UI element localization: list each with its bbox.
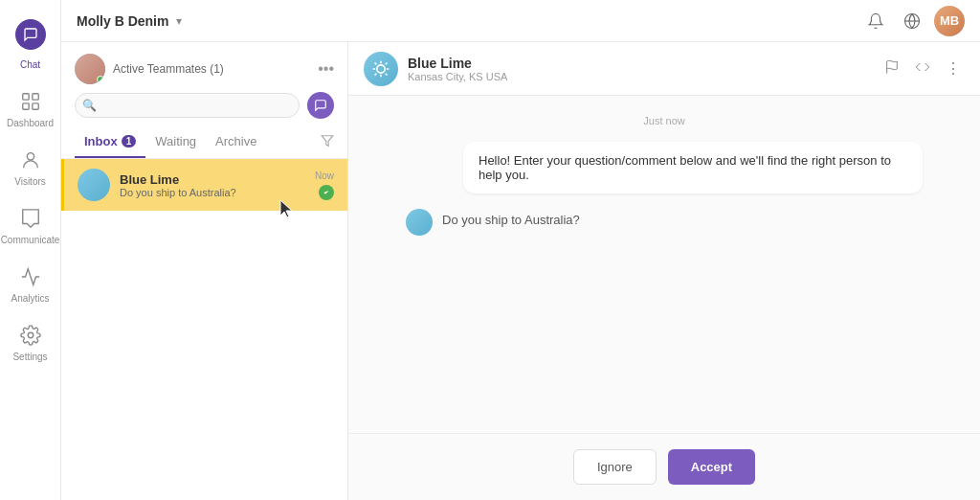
chat-messages: Just now Hello! Enter your question/comm… [348, 96, 980, 433]
chat-panel: Blue Lime Kansas City, KS USA [348, 42, 980, 500]
conversation-avatar [78, 169, 110, 201]
analytics-icon [18, 264, 43, 289]
sidebar-item-label: Analytics [11, 293, 49, 304]
chat-header-actions: ⋮ [880, 56, 965, 82]
sidebar-item-visitors[interactable]: Visitors [0, 138, 60, 196]
chat-footer: Ignore Accept [348, 433, 980, 500]
visitors-icon [18, 148, 43, 172]
filter-icon[interactable] [321, 134, 334, 151]
more-options-icon[interactable]: ••• [318, 60, 334, 78]
tab-inbox[interactable]: Inbox 1 [75, 126, 145, 158]
svg-point-5 [28, 332, 33, 338]
active-teammates-label: Active Teammates (1) [113, 62, 224, 76]
sidebar-item-label: Dashboard [7, 118, 54, 128]
sidebar-item-dashboard[interactable]: Dashboard [0, 80, 60, 138]
accept-button[interactable]: Accept [668, 449, 755, 485]
tab-waiting[interactable]: Waiting [145, 126, 206, 158]
sidebar-item-settings[interactable]: Settings [0, 313, 60, 372]
svg-rect-2 [22, 103, 28, 109]
sidebar-item-label: Settings [12, 352, 47, 362]
search-input[interactable] [75, 93, 300, 118]
sidebar-item-chat[interactable]: Chat [0, 10, 60, 80]
content-area: Active Teammates (1) ••• 🔍 [61, 42, 980, 500]
inbox-badge: 1 [122, 135, 137, 148]
conversation-list: Blue Lime Do you ship to Australia? Now [61, 159, 347, 500]
svg-point-9 [377, 64, 385, 72]
cursor [279, 199, 299, 218]
search-bar: 🔍 [75, 92, 334, 119]
dashboard-icon [18, 89, 43, 114]
workspace-title: Molly B Denim [77, 13, 168, 29]
globe-icon[interactable] [898, 7, 926, 35]
svg-rect-1 [32, 94, 37, 100]
flag-icon[interactable] [880, 56, 903, 82]
panel-header-left: Active Teammates (1) [75, 54, 224, 84]
search-icon: 🔍 [82, 99, 97, 112]
svg-rect-0 [22, 94, 28, 100]
sidebar-item-analytics[interactable]: Analytics [0, 255, 60, 313]
conversation-info: Blue Lime Do you ship to Australia? [120, 172, 305, 198]
chat-contact-info: Blue Lime Kansas City, KS USA [408, 56, 871, 82]
conversation-tabs: Inbox 1 Waiting Archive [61, 126, 347, 159]
conversation-time: Now [315, 170, 334, 181]
chat-contact-avatar [364, 52, 398, 86]
svg-marker-8 [322, 135, 333, 146]
left-navigation: Chat Dashboard Visitors Communic [0, 0, 61, 500]
ignore-button[interactable]: Ignore [573, 449, 657, 485]
sidebar-item-label: Visitors [14, 176, 46, 187]
sidebar-item-communicate[interactable]: Communicate [0, 196, 60, 255]
user-message: Do you ship to Australia? [406, 209, 923, 236]
teammate-avatar [75, 54, 105, 84]
chat-icon [15, 19, 46, 50]
svg-point-4 [27, 153, 33, 160]
chevron-down-icon[interactable]: ▾ [176, 14, 182, 28]
code-icon[interactable] [911, 56, 934, 82]
user-message-avatar [406, 209, 433, 236]
compose-icon[interactable] [307, 92, 334, 119]
conversation-status-icon [319, 185, 334, 200]
conversation-name: Blue Lime [120, 172, 305, 187]
user-message-text: Do you ship to Australia? [442, 209, 580, 227]
main-area: Molly B Denim ▾ MB [61, 0, 980, 500]
chat-header: Blue Lime Kansas City, KS USA [348, 42, 980, 96]
svg-rect-3 [32, 103, 37, 109]
panel-header: Active Teammates (1) ••• [61, 42, 347, 92]
conversation-meta: Now [315, 170, 334, 200]
conversation-item[interactable]: Blue Lime Do you ship to Australia? Now [61, 159, 347, 211]
more-options-icon[interactable]: ⋮ [942, 56, 965, 81]
conversation-preview: Do you ship to Australia? [120, 187, 305, 198]
settings-icon [18, 323, 43, 348]
search-input-wrap: 🔍 [75, 93, 300, 118]
communicate-icon [18, 206, 43, 231]
notifications-icon[interactable] [861, 7, 890, 35]
tab-archive[interactable]: Archive [206, 126, 266, 158]
chat-contact-name: Blue Lime [408, 56, 871, 71]
bot-message: Hello! Enter your question/comment below… [463, 142, 923, 193]
chat-contact-location: Kansas City, KS USA [408, 71, 871, 82]
message-timestamp: Just now [406, 115, 923, 126]
sidebar-item-label: Communicate [1, 235, 60, 245]
user-avatar[interactable]: MB [934, 6, 965, 36]
top-bar: Molly B Denim ▾ MB [61, 0, 980, 42]
left-panel: Active Teammates (1) ••• 🔍 [61, 42, 348, 500]
sidebar-item-label: Chat [20, 59, 40, 70]
online-indicator [97, 76, 104, 83]
